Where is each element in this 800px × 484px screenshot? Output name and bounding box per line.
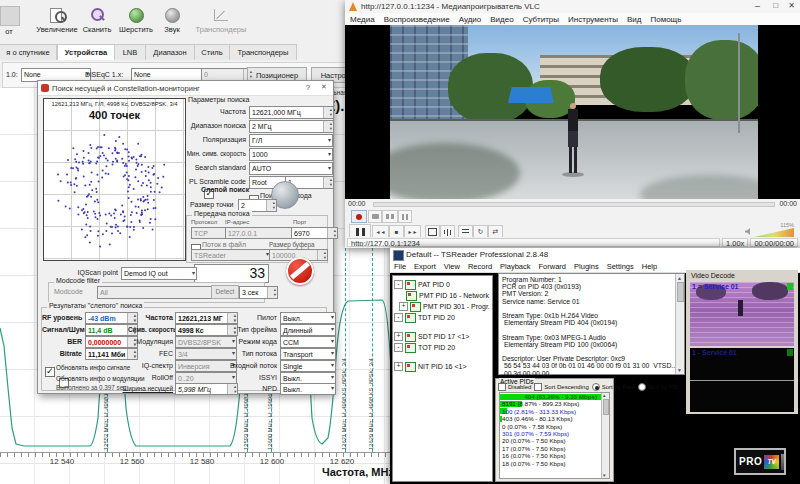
vlc-status-time[interactable]: 00:00/00:00 — [750, 238, 798, 247]
search-standard-select[interactable]: AUTO — [249, 162, 333, 175]
crawl-button[interactable]: Шерстить — [116, 5, 156, 39]
zoom-button[interactable]: Увеличение — [36, 5, 78, 39]
detect-button[interactable]: Detect — [211, 285, 239, 299]
tsreader-titlebar[interactable]: Default -- TSReader Professional 2.8.48 — [390, 248, 800, 261]
ts-menu-forward[interactable]: Forward — [539, 262, 567, 271]
pl-scramble-label: PL Scramble code — [186, 178, 246, 185]
sound-button[interactable]: Звук — [158, 5, 186, 39]
pid-tree-panel[interactable]: -PAT PID 0 PMT PID 16 - Network +PMT PID… — [392, 275, 493, 482]
update-signal-info-checkbox[interactable] — [45, 367, 55, 377]
vlc-seek-bar[interactable] — [373, 202, 775, 207]
tree-item-pat[interactable]: -PAT PID 0 — [394, 279, 492, 290]
pid-row-0[interactable]: 0 (0.07% - 7.58 Kbps) — [500, 423, 609, 430]
input-stream-value[interactable]: Single — [280, 360, 336, 372]
pid-row-100[interactable]: 100 (2.81% - 313.33 Kbps) — [500, 408, 609, 415]
tree-item-tdt[interactable]: -TDT PID 20 — [394, 312, 492, 323]
sort-by-pid-option[interactable]: Sort by PID — [638, 383, 679, 391]
tree-item-tot[interactable]: -TOT PID 20 — [394, 342, 492, 353]
details-scrollbar[interactable]: ▲ ▼ — [675, 274, 684, 374]
ts-menu-help[interactable]: Help — [642, 262, 657, 271]
tree-item-pmt301[interactable]: +PMT PID 301 - Progr. 1 — [394, 301, 492, 312]
result-rolloff-label: RollOff — [128, 374, 173, 381]
constellation-plot: 12621,213 МГц, Г/Л, 4998 Кс, DVBS2/8PSK,… — [43, 98, 186, 261]
tab-style[interactable]: Стиль — [194, 44, 230, 60]
stop-icon[interactable] — [286, 257, 314, 285]
ts-menu-plugins[interactable]: Plugins — [574, 262, 599, 271]
sort-descending-option[interactable]: Sort Descending — [534, 383, 588, 391]
pid-row-20[interactable]: 20 (0.07% - 7.50 Kbps) — [500, 437, 609, 444]
pid-row-404[interactable]: 404 (83.26% - 9.33 Mbps) — [500, 393, 609, 400]
toolbar-partial-button[interactable]: от — [0, 5, 18, 39]
tab-devices[interactable]: Устройства — [57, 44, 115, 60]
snapshot-button[interactable] — [368, 210, 382, 223]
dialog-titlebar[interactable]: Поиск несущей и Constellation-мониторинг… — [38, 81, 333, 96]
frame-by-frame-button[interactable] — [398, 210, 412, 223]
polarization-select[interactable]: Г/Л — [249, 134, 333, 147]
npd-value[interactable]: Выкл. — [280, 383, 336, 395]
freq-spinner[interactable]: 12621,000 МГц — [249, 106, 334, 119]
tree-item-sdt[interactable]: +SDT PID 17 <1> — [394, 331, 492, 342]
carrier-width-link[interactable]: Ширина несущей — [118, 385, 173, 392]
ts-menu-settings[interactable]: Settings — [607, 262, 634, 271]
ip-select[interactable]: 127.0.0.1 — [225, 227, 301, 239]
ts-menu-file[interactable]: File — [394, 262, 406, 271]
tab-transponders[interactable]: Транспондеры — [229, 44, 297, 60]
reader-select[interactable]: TSReader — [191, 249, 271, 261]
tree-item-pmt16[interactable]: PMT PID 16 - Network — [394, 290, 492, 301]
details-panel[interactable]: Program Number: 1 PCR on PID 403 (0x0193… — [498, 273, 685, 375]
diseqc10-label: 1.0: — [6, 71, 18, 78]
vlc-close-button[interactable]: ✕ — [788, 1, 795, 10]
sort-by-rate-option[interactable]: Sort by Rate — [592, 383, 635, 391]
code-mode-value[interactable]: CCM — [280, 336, 336, 348]
vlc-menu-help[interactable]: Помощь — [650, 15, 681, 24]
vlc-menu-tools[interactable]: Инструменты — [568, 15, 618, 24]
port-spinner[interactable]: 6970 — [291, 227, 338, 239]
ts-menu-view[interactable]: View — [444, 262, 460, 271]
iqscan-point-select[interactable]: Demod IQ out — [121, 267, 197, 280]
vlc-menu-playback[interactable]: Воспроизведение — [384, 15, 450, 24]
scan-button[interactable]: Сканить — [80, 5, 114, 39]
dialog-close-button[interactable]: ✕ — [318, 83, 330, 93]
transponders-button[interactable]: Транспондеры — [190, 5, 252, 39]
pid-row-8191[interactable]: 8191 (8.87% - 899.23 Kbps) — [500, 400, 609, 407]
pid-row-18[interactable]: 18 (0.07% - 7.50 Kbps) — [500, 460, 609, 467]
pid-row-16[interactable]: 16 (0.07% - 7.50 Kbps) — [500, 452, 609, 459]
dialog-help-button[interactable]: ? — [302, 83, 314, 93]
tree-item-nit[interactable]: +NIT PID 16 <1> — [394, 361, 492, 372]
vlc-minimize-button[interactable]: – — [755, 1, 760, 11]
result-iq-spectrum-label: IQ-спектр — [128, 362, 173, 369]
vlc-titlebar[interactable]: http://127.0.0.1:1234 - Медиапроигрывате… — [345, 0, 800, 13]
pid-row-17[interactable]: 17 (0.07% - 7.50 Kbps) — [500, 445, 609, 452]
plot-points-count: 400 точек — [44, 109, 185, 121]
disabled-option[interactable]: Disabled — [498, 383, 531, 391]
min-symrate-select[interactable]: 1000 — [249, 148, 333, 161]
record-button[interactable] — [351, 210, 367, 223]
range-spinner[interactable]: 2 МГц — [249, 120, 334, 133]
vlc-status-rate[interactable]: 1.00x — [722, 238, 748, 247]
vlc-menu-subtitles[interactable]: Субтитры — [523, 15, 559, 24]
stream-type-value[interactable]: Transport — [280, 348, 336, 360]
ts-menu-export[interactable]: Export — [414, 262, 436, 271]
frame-type-value[interactable]: Длинный — [280, 324, 336, 336]
tick-12540: 12 540 — [40, 457, 84, 466]
pid-row-403[interactable]: 403 (0.46% - 80.13 Kbps) — [500, 415, 609, 422]
vlc-maximize-button[interactable]: □ — [773, 1, 778, 10]
pilot-value[interactable]: Выкл. — [280, 312, 336, 324]
tab-lnb[interactable]: LNB — [114, 44, 146, 60]
vlc-menu-view[interactable]: Вид — [627, 15, 641, 24]
modcode-select[interactable]: All — [97, 286, 221, 299]
vlc-menu-media[interactable]: Медиа — [350, 15, 375, 24]
detect-interval-spinner[interactable]: 3 сек — [239, 286, 278, 299]
tab-range[interactable]: Диапазон — [145, 44, 195, 60]
vlc-menu-video[interactable]: Видео — [490, 15, 513, 24]
loop-ab-button[interactable] — [382, 210, 398, 223]
volume-slider[interactable] — [754, 228, 794, 237]
tab-satellite-info[interactable]: я о спутнике — [0, 44, 57, 60]
ts-menu-playback[interactable]: Playback — [500, 262, 530, 271]
pid-list-scrollbar[interactable]: ▲ ▼ — [601, 393, 609, 478]
ts-menu-record[interactable]: Record — [468, 262, 492, 271]
pid-list[interactable]: 404 (83.26% - 9.33 Mbps) 8191 (8.87% - 8… — [499, 392, 610, 479]
vlc-menu-audio[interactable]: Аудио — [459, 15, 482, 24]
vlc-video-area[interactable] — [345, 25, 800, 199]
pid-row-301[interactable]: 301 (0.07% - 7.59 Kbps) — [500, 430, 609, 437]
